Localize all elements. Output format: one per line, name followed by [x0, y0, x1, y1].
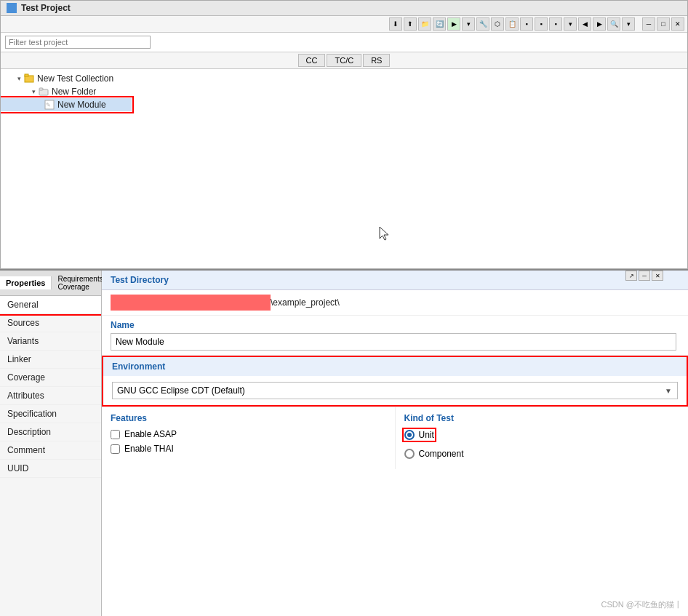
toolbar-btn-12[interactable]: ▾ — [564, 17, 577, 31]
toolbar-btn-10[interactable]: ▪ — [535, 17, 548, 31]
close-btn[interactable]: ✕ — [671, 17, 684, 31]
nav-item-description[interactable]: Description — [0, 423, 101, 441]
enable-thai-row: Enable THAI — [111, 444, 386, 454]
nav-item-comment[interactable]: Comment — [0, 441, 101, 460]
tab-cc[interactable]: CC — [298, 54, 326, 67]
toolbar-btn-6[interactable]: 🔧 — [476, 17, 489, 31]
test-directory-redacted — [111, 295, 271, 311]
toolbar-btn-run[interactable]: ▶ — [447, 17, 460, 31]
module-icon: ✎ — [44, 100, 55, 110]
enable-asap-label: Enable ASAP — [124, 429, 177, 439]
environment-content: GNU GCC Eclipse CDT (Default) — [103, 376, 687, 405]
nav-item-general[interactable]: General — [0, 296, 101, 314]
toolbar-btn-3[interactable]: 📁 — [418, 17, 431, 31]
collection-icon — [24, 73, 34, 84]
toolbar-btn-15[interactable]: 🔍 — [607, 17, 620, 31]
test-directory-path: \example_project\ — [271, 297, 340, 308]
folder-label: New Folder — [52, 87, 96, 97]
tab-rs[interactable]: RS — [363, 54, 390, 67]
kind-of-test-title: Kind of Test — [404, 413, 680, 423]
watermark: CSDN @不吃鱼的猫丨 — [601, 599, 682, 610]
toolbar-btn-7[interactable]: ⬡ — [491, 17, 504, 31]
filter-bar — [1, 33, 687, 52]
tab-properties[interactable]: Properties — [0, 276, 52, 289]
toolbar-btn-9[interactable]: ▪ — [520, 17, 533, 31]
nav-item-linker[interactable]: Linker — [0, 351, 101, 369]
component-label: Component — [419, 449, 464, 459]
toolbar-btn-2[interactable]: ⬆ — [404, 17, 417, 31]
toolbar-btn-14[interactable]: ▶ — [593, 17, 606, 31]
tabs-bar: CC TC/C RS — [1, 52, 687, 69]
environment-section: Environment GNU GCC Eclipse CDT (Default… — [102, 356, 688, 407]
environment-select[interactable]: GNU GCC Eclipse CDT (Default) — [112, 382, 678, 399]
tab-requirements-coverage[interactable]: Requirements Coverage — [52, 273, 109, 293]
tree-folder[interactable]: ▾ New Folder — [1, 85, 687, 98]
component-radio-row[interactable]: Component — [404, 449, 680, 459]
enable-thai-checkbox[interactable] — [111, 444, 120, 454]
properties-nav: General Sources Variants Linker Coverage… — [0, 296, 101, 616]
tab-tcc[interactable]: TC/C — [327, 54, 361, 67]
features-left: Features Enable ASAP Enable THAI — [102, 407, 396, 469]
enable-thai-label: Enable THAI — [124, 444, 174, 454]
component-radio[interactable] — [404, 449, 415, 459]
name-label: Name — [111, 320, 679, 330]
toolbar: ⬇ ⬆ 📁 🔄 ▶ ▾ 🔧 ⬡ 📋 ▪ ▪ ▪ ▾ ◀ ▶ 🔍 ▾ ─ □ ✕ — [1, 16, 687, 33]
enable-asap-row: Enable ASAP — [111, 429, 386, 439]
nav-item-specification[interactable]: Specification — [0, 405, 101, 423]
test-project-icon — [7, 3, 17, 13]
test-project-title: Test Project — [21, 3, 71, 13]
test-directory-row: \example_project\ — [102, 290, 688, 316]
main-content: Test Directory \example_project\ Name En… — [102, 271, 688, 616]
svg-rect-1 — [25, 74, 28, 76]
environment-select-wrapper: GNU GCC Eclipse CDT (Default) — [112, 382, 678, 399]
toolbar-btn-5[interactable]: ▾ — [462, 17, 475, 31]
tree-module[interactable]: ✎ New Module — [1, 98, 132, 111]
bottom-area: Properties Requirements Coverage ↗ ─ ✕ G… — [0, 269, 688, 616]
toolbar-btn-13[interactable]: ◀ — [578, 17, 591, 31]
tree-area: ▾ New Test Collection ▾ — [1, 69, 687, 268]
toolbar-btn-1[interactable]: ⬇ — [389, 17, 402, 31]
test-project-title-bar: Test Project — [1, 1, 687, 16]
panel-expand-btn[interactable]: ↗ — [625, 271, 637, 281]
filter-input[interactable] — [5, 36, 151, 49]
environment-header: Environment — [103, 357, 687, 376]
panel-minimize-btn[interactable]: ─ — [639, 271, 650, 281]
folder-icon — [39, 87, 49, 97]
name-input[interactable] — [111, 333, 676, 351]
panel-close-btn[interactable]: ✕ — [652, 271, 663, 281]
unit-radio-row[interactable]: Unit — [404, 430, 434, 440]
chevron-down-icon: ▾ — [15, 75, 23, 82]
nav-item-coverage[interactable]: Coverage — [0, 369, 101, 387]
toolbar-btn-16[interactable]: ▾ — [622, 17, 635, 31]
maximize-btn[interactable]: □ — [657, 17, 670, 31]
properties-sidebar: Properties Requirements Coverage ↗ ─ ✕ G… — [0, 271, 102, 616]
name-row: Name — [102, 316, 688, 356]
panel-controls: ↗ ─ ✕ — [625, 271, 663, 281]
chevron-down-icon-folder: ▾ — [30, 88, 37, 95]
enable-asap-checkbox[interactable] — [111, 430, 120, 439]
unit-label: Unit — [419, 430, 434, 440]
tree-collection[interactable]: ▾ New Test Collection — [1, 72, 687, 85]
svg-rect-3 — [39, 88, 43, 90]
nav-item-attributes[interactable]: Attributes — [0, 387, 101, 405]
toolbar-btn-11[interactable]: ▪ — [549, 17, 562, 31]
test-directory-header: Test Directory — [102, 271, 688, 290]
collection-label: New Test Collection — [37, 73, 113, 84]
features-title: Features — [111, 413, 386, 423]
features-area: Features Enable ASAP Enable THAI Kind of… — [102, 407, 688, 469]
test-project-panel: Test Project ⬇ ⬆ 📁 🔄 ▶ ▾ 🔧 ⬡ 📋 ▪ ▪ ▪ ▾ ◀… — [0, 0, 688, 269]
minimize-btn[interactable]: ─ — [642, 17, 655, 31]
svg-text:✎: ✎ — [46, 102, 51, 108]
nav-item-sources[interactable]: Sources — [0, 314, 101, 332]
nav-item-uuid[interactable]: UUID — [0, 460, 101, 478]
unit-radio[interactable] — [404, 430, 415, 440]
nav-item-variants[interactable]: Variants — [0, 332, 101, 351]
toolbar-btn-8[interactable]: 📋 — [505, 17, 519, 31]
toolbar-btn-4[interactable]: 🔄 — [433, 17, 446, 31]
features-right: Kind of Test Unit Component — [396, 407, 689, 469]
module-label: New Module — [57, 100, 106, 110]
